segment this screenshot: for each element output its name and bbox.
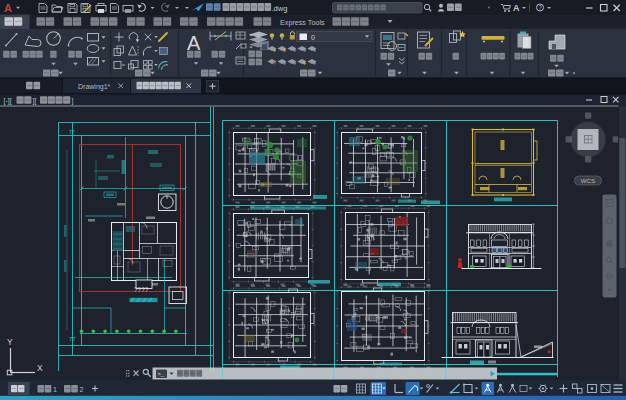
- svg-text:0: 0: [311, 34, 315, 41]
- svg-text:A: A: [513, 3, 520, 13]
- svg-text:????: ????: [134, 286, 149, 293]
- svg-text:]: ]: [72, 97, 74, 105]
- svg-text:[-][: [-][: [4, 97, 12, 105]
- svg-text:X: X: [37, 363, 43, 373]
- svg-text:][: ][: [33, 97, 37, 105]
- svg-text:Y: Y: [7, 337, 13, 347]
- svg-text:Drawing1*: Drawing1*: [78, 83, 111, 91]
- svg-text:A: A: [4, 2, 12, 14]
- svg-text:Express Tools: Express Tools: [280, 18, 325, 27]
- svg-text:?: ?: [538, 4, 542, 11]
- svg-text:WCS: WCS: [581, 177, 595, 184]
- svg-text:77: 77: [69, 129, 75, 135]
- svg-text:>_: >_: [158, 371, 165, 377]
- svg-text:77: 77: [69, 336, 76, 342]
- svg-text:A: A: [187, 32, 201, 54]
- svg-text:.dwg: .dwg: [272, 4, 288, 13]
- svg-text:1: 1: [53, 386, 57, 393]
- svg-text:2: 2: [80, 386, 84, 393]
